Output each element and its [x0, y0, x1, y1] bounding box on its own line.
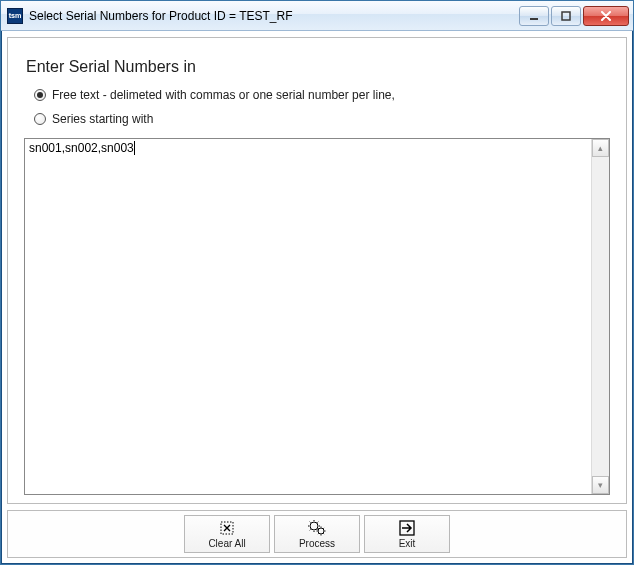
exit-icon — [398, 518, 416, 538]
exit-button[interactable]: Exit — [364, 515, 450, 553]
minimize-button[interactable] — [519, 6, 549, 26]
scroll-down-button[interactable]: ▾ — [592, 476, 609, 494]
radio-series[interactable]: Series starting with — [34, 112, 612, 126]
scroll-up-button[interactable]: ▴ — [592, 139, 609, 157]
exit-label: Exit — [399, 538, 416, 550]
svg-point-4 — [318, 528, 324, 534]
chevron-down-icon: ▾ — [598, 480, 603, 490]
app-icon-text: tsm — [9, 11, 22, 19]
process-button[interactable]: Process — [274, 515, 360, 553]
svg-rect-0 — [530, 18, 538, 20]
radio-free-text-label: Free text - delimeted with commas or one… — [52, 88, 395, 102]
svg-point-3 — [310, 522, 318, 530]
svg-rect-1 — [562, 12, 570, 20]
minimize-icon — [528, 10, 540, 22]
close-button[interactable] — [583, 6, 629, 26]
close-icon — [599, 11, 613, 21]
window-title: Select Serial Numbers for Product ID = T… — [29, 9, 293, 23]
clear-all-label: Clear All — [208, 538, 245, 550]
chevron-up-icon: ▴ — [598, 143, 603, 153]
textarea-scrollbar[interactable]: ▴ ▾ — [591, 139, 609, 494]
radio-series-label: Series starting with — [52, 112, 153, 126]
page-heading: Enter Serial Numbers in — [26, 58, 612, 76]
window: tsm Select Serial Numbers for Product ID… — [0, 0, 634, 565]
radio-series-input[interactable] — [34, 113, 46, 125]
radio-free-text-input[interactable] — [34, 89, 46, 101]
maximize-icon — [560, 10, 572, 22]
maximize-button[interactable] — [551, 6, 581, 26]
bottom-toolbar: Clear All Process — [7, 510, 627, 558]
process-icon — [307, 518, 327, 538]
app-icon: tsm — [7, 8, 23, 24]
titlebar[interactable]: tsm Select Serial Numbers for Product ID… — [1, 1, 633, 31]
serial-textarea-wrap: sn001,sn002,sn003 ▴ ▾ — [24, 138, 610, 495]
process-label: Process — [299, 538, 335, 550]
serial-textarea[interactable]: sn001,sn002,sn003 — [25, 139, 591, 494]
window-controls — [519, 6, 631, 26]
radio-free-text[interactable]: Free text - delimeted with commas or one… — [34, 88, 612, 102]
text-caret — [134, 141, 135, 155]
client-area: Enter Serial Numbers in Free text - deli… — [7, 37, 627, 504]
serial-textarea-value: sn001,sn002,sn003 — [29, 141, 134, 155]
clear-all-icon — [218, 518, 236, 538]
clear-all-button[interactable]: Clear All — [184, 515, 270, 553]
